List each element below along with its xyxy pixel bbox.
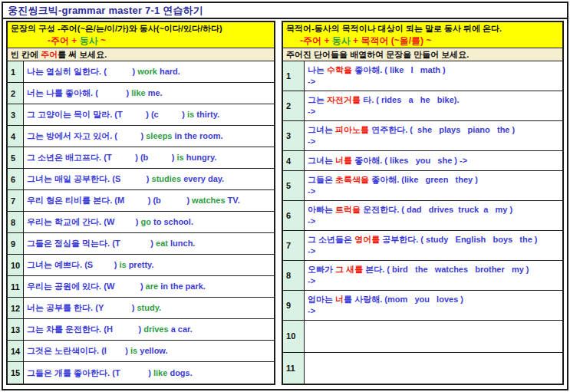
- table-row: 3그 고양이는 목이 말라. (T ) (c ) is thirty.: [8, 104, 274, 126]
- subject-verb-object-table: 목적어-동사의 목적이나 대상이 되는 말로 동사 뒤에 온다. -주어 + 동…: [282, 21, 564, 385]
- text-run: 영어를: [354, 235, 380, 244]
- row-number: 2: [283, 91, 305, 120]
- row-number: 3: [8, 104, 24, 125]
- text-run: study.: [137, 303, 161, 312]
- row-line: 우리 형은 티비를 본다. (M ) (b ) watches TV.: [27, 195, 271, 206]
- text-run: drives: [143, 324, 168, 334]
- row-content: 그는 방에서 자고 있어. ( ) sleeps in the room.: [24, 126, 274, 147]
- text-run: pretty.: [127, 260, 154, 269]
- row-content: 엄마는 너를 사랑해. (mom you loves )->: [305, 291, 562, 320]
- table-row: 9그들은 점심을 먹는다. (T ) eat lunch.: [8, 233, 274, 255]
- row-line: 나는 열심히 일한다. ( ) work hard.: [27, 66, 271, 77]
- row-content: 나는 수학을 좋아해. ( like I math )->: [305, 61, 562, 91]
- text-run: ->: [308, 306, 315, 315]
- text-run: ->: [308, 107, 315, 116]
- text-run: 그녀는 매일 공부한다. (S ): [27, 174, 152, 183]
- row-number: 15: [8, 362, 24, 384]
- row-content: [305, 353, 562, 384]
- row-content: 그 소년은 배고프다. (T ) (b ) is hungry.: [24, 147, 274, 168]
- table-row: 13그는 차를 운전한다. (H ) drives a car.: [8, 319, 274, 341]
- text-run: thirty.: [194, 110, 219, 119]
- row-line: 오빠가 그 새를 본다. ( bird the watches brother …: [308, 264, 559, 275]
- row-content: 그들은 초록색을 좋아해. (like green they )->: [305, 171, 562, 200]
- text-run: 좋아해. ( likes you she ) ->: [352, 156, 467, 165]
- table-row: 6그녀는 매일 공부한다. (S ) studies every day.: [8, 169, 274, 190]
- text-run: 그녀는: [308, 125, 335, 134]
- row-content: 그들은 점심을 먹는다. (T ) eat lunch.: [24, 233, 274, 254]
- row-number: 12: [8, 298, 24, 318]
- row-content: 나는 열심히 일한다. ( ) work hard.: [24, 61, 274, 82]
- row-line: 그것은 노란색이다. (I ) is yellow.: [27, 345, 271, 357]
- table-row: 1나는 수학을 좋아해. ( like I math )->: [283, 61, 562, 91]
- text-run: 를 써 보세요.: [58, 50, 107, 59]
- table-row: 15그들은 개를 좋아한다. (T ) like dogs.: [8, 362, 274, 384]
- text-run: hard.: [157, 67, 180, 76]
- row-number: 4: [283, 151, 305, 170]
- text-run: a car.: [169, 324, 193, 334]
- row-content: 그 소년들은 영어를 공부한다. ( study English boys th…: [305, 231, 562, 260]
- text-run: 너를: [335, 156, 352, 165]
- table-row: 11: [283, 353, 562, 384]
- page-title: 웅진씽크빅-grammar master 7-1 연습하기: [3, 3, 567, 19]
- row-content: 그녀는 예쁘다. (S ) is pretty.: [24, 255, 274, 275]
- text-run: 나는 열심히 일한다. ( ): [27, 67, 137, 76]
- row-number: 10: [8, 255, 24, 275]
- row-line: 그녀는 너를 좋아해. ( likes you she ) ->: [308, 155, 559, 166]
- text-run: ->: [308, 216, 315, 226]
- text-run: 연주한다. ( she plays piano the ): [369, 125, 515, 134]
- row-number: 5: [8, 147, 24, 168]
- row-number: 1: [283, 61, 305, 91]
- worksheet-content: 문장의 구성 -주어(~은/는/이/가)와 동사(~이다/있다/하다) -주어 …: [3, 19, 567, 385]
- text-run: every day.: [181, 174, 224, 183]
- text-run: 그들은 개를 좋아한다. (T ): [27, 368, 153, 377]
- text-run: dogs.: [167, 368, 192, 377]
- text-run: studies: [152, 174, 182, 183]
- row-line: 아빠는 트럭을 운전한다. ( dad drives truck a my ): [308, 204, 559, 216]
- row-line: 그는 방에서 자고 있어. ( ) sleeps in the room.: [27, 130, 271, 142]
- row-number: 8: [8, 212, 24, 232]
- text-run: eat: [156, 239, 168, 248]
- right-header-rule: 목적어-동사의 목적이나 대상이 되는 말로 동사 뒤에 온다.: [283, 22, 562, 35]
- text-run: 우리는 공원에 있다. (W ): [27, 282, 146, 291]
- left-header-rule: 문장의 구성 -주어(~은/는/이/가)와 동사(~이다/있다/하다): [8, 22, 274, 35]
- right-rows: 1나는 수학을 좋아해. ( like I math )->2그는 자전거를 타…: [283, 61, 562, 384]
- right-instruction: 주어진 단어들을 배열하여 문장을 만들어 보세요.: [283, 48, 562, 61]
- row-line: ->: [308, 275, 559, 287]
- text-run: ->: [308, 276, 315, 285]
- row-content: 그는 자전거를 타. ( rides a he bike).->: [305, 91, 562, 120]
- row-line: ->: [308, 305, 559, 317]
- text-run: 초록색을: [335, 175, 369, 184]
- row-number: 7: [283, 231, 305, 260]
- row-content: 우리 형은 티비를 본다. (M ) (b ) watches TV.: [24, 190, 274, 211]
- row-line: 우리는 공원에 있다. (W ) are in the park.: [27, 281, 271, 292]
- row-number: 9: [8, 233, 24, 254]
- text-run: in the room.: [172, 131, 222, 140]
- text-run: is: [177, 153, 184, 162]
- text-run: 좋아해. (like green they ): [369, 175, 478, 184]
- row-number: 11: [8, 276, 24, 297]
- left-table-header: 문장의 구성 -주어(~은/는/이/가)와 동사(~이다/있다/하다) -주어 …: [8, 22, 274, 48]
- table-row: 7우리 형은 티비를 본다. (M ) (b ) watches TV.: [8, 190, 274, 212]
- row-line: 그 소년들은 영어를 공부한다. ( study English boys th…: [308, 234, 559, 245]
- row-content: 우리는 공원에 있다. (W ) are in the park.: [24, 276, 274, 297]
- row-number: 1: [8, 61, 24, 82]
- left-instruction: 빈 칸에 주어를 써 보세요.: [8, 48, 274, 61]
- text-run: + 목적어 (~을/를) ~: [351, 35, 432, 46]
- table-row: 9엄마는 너를 사랑해. (mom you loves )->: [283, 291, 562, 321]
- table-row: 8오빠가 그 새를 본다. ( bird the watches brother…: [283, 261, 562, 291]
- text-run: lunch.: [168, 239, 195, 248]
- row-number: 6: [283, 201, 305, 230]
- text-run: 우리 형은 티비를 본다. (M ) (b ): [27, 196, 192, 205]
- text-run: like: [131, 88, 145, 97]
- row-line: 그는 자전거를 타. ( rides a he bike).: [308, 94, 559, 106]
- subject-verb-table: 문장의 구성 -주어(~은/는/이/가)와 동사(~이다/있다/하다) -주어 …: [6, 21, 275, 385]
- text-run: TV.: [226, 196, 240, 205]
- row-content: 오빠가 그 새를 본다. ( bird the watches brother …: [305, 261, 562, 290]
- text-run: 피아노를: [335, 125, 369, 134]
- row-content: [305, 321, 562, 352]
- table-row: 5그들은 초록색을 좋아해. (like green they )->: [283, 171, 562, 201]
- text-run: sleeps: [146, 131, 172, 140]
- row-content: 그것은 노란색이다. (I ) is yellow.: [24, 341, 274, 361]
- row-number: 11: [283, 353, 305, 384]
- text-run: ->: [308, 186, 315, 196]
